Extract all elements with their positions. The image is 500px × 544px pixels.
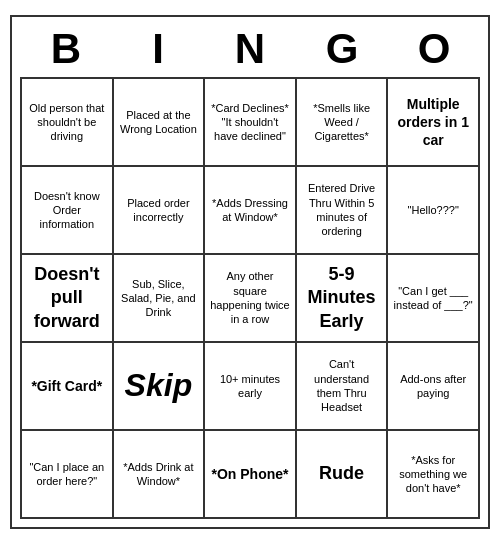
bingo-cell-16: Skip xyxy=(114,343,206,431)
bingo-cell-20: "Can I place an order here?" xyxy=(22,431,114,519)
bingo-cell-21: *Adds Drink at Window* xyxy=(114,431,206,519)
bingo-cell-12: Any other square happening twice in a ro… xyxy=(205,255,297,343)
bingo-cell-11: Sub, Slice, Salad, Pie, and Drink xyxy=(114,255,206,343)
title-o: O xyxy=(390,25,478,73)
bingo-grid: Old person that shouldn't be drivingPlac… xyxy=(20,77,480,519)
bingo-cell-0: Old person that shouldn't be driving xyxy=(22,79,114,167)
bingo-cell-18: Can't understand them Thru Headset xyxy=(297,343,389,431)
bingo-cell-17: 10+ minutes early xyxy=(205,343,297,431)
bingo-card: B I N G O Old person that shouldn't be d… xyxy=(10,15,490,529)
bingo-cell-8: Entered Drive Thru Within 5 minutes of o… xyxy=(297,167,389,255)
bingo-cell-1: Placed at the Wrong Location xyxy=(114,79,206,167)
title-n: N xyxy=(206,25,294,73)
title-i: I xyxy=(114,25,202,73)
bingo-cell-3: *Smells like Weed / Cigarettes* xyxy=(297,79,389,167)
bingo-cell-22: *On Phone* xyxy=(205,431,297,519)
bingo-cell-2: *Card Declines* "It shouldn't have decli… xyxy=(205,79,297,167)
bingo-title: B I N G O xyxy=(20,25,480,73)
bingo-cell-5: Doesn't know Order information xyxy=(22,167,114,255)
bingo-cell-14: "Can I get ___ instead of ___?" xyxy=(388,255,480,343)
bingo-cell-7: *Adds Dressing at Window* xyxy=(205,167,297,255)
bingo-cell-9: "Hello???" xyxy=(388,167,480,255)
bingo-cell-6: Placed order incorrectly xyxy=(114,167,206,255)
bingo-cell-15: *Gift Card* xyxy=(22,343,114,431)
bingo-cell-4: Multiple orders in 1 car xyxy=(388,79,480,167)
bingo-cell-13: 5-9 Minutes Early xyxy=(297,255,389,343)
bingo-cell-23: Rude xyxy=(297,431,389,519)
title-g: G xyxy=(298,25,386,73)
bingo-cell-19: Add-ons after paying xyxy=(388,343,480,431)
bingo-cell-10: Doesn't pull forward xyxy=(22,255,114,343)
bingo-cell-24: *Asks for something we don't have* xyxy=(388,431,480,519)
title-b: B xyxy=(22,25,110,73)
